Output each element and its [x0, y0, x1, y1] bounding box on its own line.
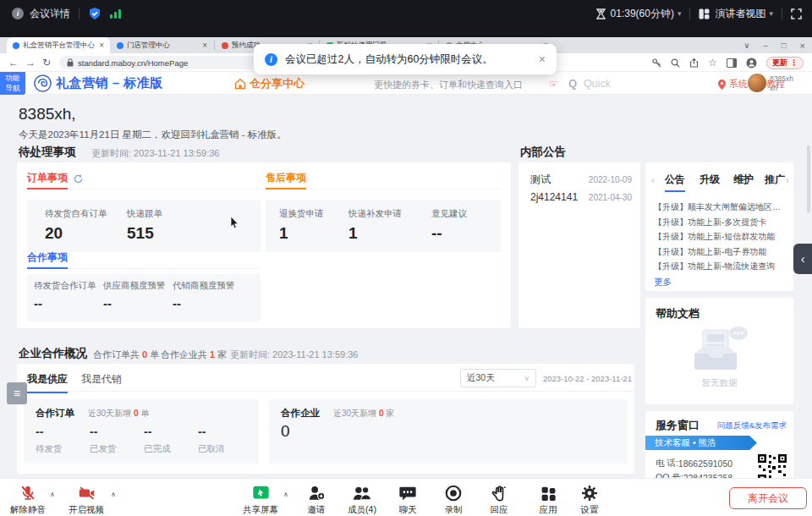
tab-favicon	[117, 42, 123, 49]
view-dropdown-icon[interactable]: ▾	[769, 9, 773, 18]
reaction-label: 回应	[472, 504, 526, 516]
tab-close-icon[interactable]: ×	[202, 41, 207, 50]
board-tab-maintenance[interactable]: 维护	[733, 173, 754, 187]
bookmark-star-icon[interactable]: ☆	[708, 57, 717, 69]
toast-close-icon[interactable]: ×	[539, 52, 546, 66]
floating-menu-widget[interactable]: ≡	[7, 382, 27, 404]
refresh-icon[interactable]	[74, 174, 83, 184]
panel-collapse-button[interactable]: ‹	[793, 244, 812, 274]
help-docs-card: 帮助文档 暂无数据	[645, 298, 793, 404]
username[interactable]: 8385xh	[770, 74, 793, 84]
reaction-button[interactable]: 回应	[472, 483, 526, 516]
mic-options-caret[interactable]: ∧	[50, 491, 55, 498]
board-next-icon[interactable]: ›	[786, 174, 789, 186]
stat-label: 快递补发申请	[348, 208, 402, 220]
lock-icon	[67, 58, 74, 67]
video-options-caret[interactable]: ∧	[111, 491, 116, 498]
page-scrollbar[interactable]	[807, 145, 810, 213]
reload-icon[interactable]: ↻	[42, 57, 51, 69]
stat-value: --	[90, 425, 117, 438]
stat-value: 1	[279, 224, 324, 243]
order-matters-tab[interactable]: 订单事项	[27, 169, 68, 189]
board-item[interactable]: 【升级】功能上新-电子券功能	[654, 244, 787, 260]
browser-tab-1[interactable]: 礼盒营销平台管理中心 ×	[7, 37, 110, 53]
window-minimize-icon[interactable]: –	[764, 41, 768, 50]
board-item[interactable]: 【升级】顺丰发大闸蟹偏远地区不成功问...	[654, 200, 787, 215]
date-range-text[interactable]: 2023-10-22 - 2023-11-21	[543, 374, 632, 383]
meeting-details-label[interactable]: 会议详情	[30, 7, 70, 21]
service-title: 服务窗口	[656, 418, 700, 433]
notice-row[interactable]: 2j4124141 2021-04-30	[518, 191, 640, 203]
network-signal-icon[interactable]	[110, 9, 121, 19]
settings-button[interactable]: 设置	[562, 483, 617, 516]
tab-i-am-supplier[interactable]: 我是供应	[27, 372, 68, 393]
stat-label: 待发货合作订单	[34, 280, 96, 292]
window-maximize-icon[interactable]: □	[782, 41, 787, 50]
support-agent-label: 技术客服 • 熊浩	[655, 437, 716, 449]
window-close-icon[interactable]: ×	[800, 41, 805, 51]
coop-section-title: 企业合作概况	[19, 346, 87, 361]
service-window-card: 服务窗口 问题反馈&发布需求 技术客服 • 熊浩 电 话: 1866259105…	[645, 411, 793, 478]
function-nav-badge[interactable]: 功能 导航	[0, 72, 25, 95]
date-range-select[interactable]: 近30天 ∨	[460, 369, 536, 387]
fullscreen-icon[interactable]	[791, 8, 802, 19]
share-page-icon[interactable]	[689, 58, 699, 68]
zoom-icon[interactable]	[671, 58, 680, 68]
pending-updated: 更新时间: 2023-11-21 13:59:36	[91, 147, 219, 160]
divider	[79, 8, 80, 19]
meeting-toast: i 会议已超过2人，自动转为60分钟限时会议。 ×	[254, 44, 557, 74]
profile-icon[interactable]	[746, 58, 757, 69]
browser-tab-2[interactable]: 门店管理中心 ×	[111, 37, 213, 53]
board-more-link[interactable]: 更多	[654, 277, 787, 288]
quick-search-q-icon[interactable]: Q	[568, 77, 577, 90]
meeting-info-icon[interactable]: i	[12, 8, 24, 19]
notice-card: 测试 2022-10-09 2j4124141 2021-04-30	[518, 162, 640, 328]
board-tab-promo[interactable]: 推广	[765, 173, 785, 187]
notice-row[interactable]: 测试 2022-10-09	[518, 173, 640, 187]
more-vert-icon[interactable]: ⋮	[790, 58, 798, 67]
board-item[interactable]: 【升级】功能上新-短信群发功能	[654, 229, 787, 244]
side-panel-icon[interactable]	[727, 58, 737, 68]
view-mode-label[interactable]: 演讲者视图	[715, 7, 765, 21]
browser-update-button[interactable]: 更新 ⋮	[766, 57, 804, 69]
leave-meeting-button[interactable]: 离开会议	[729, 487, 807, 509]
board-tab-upgrade[interactable]: 升级	[700, 173, 720, 187]
support-agent-ribbon: 技术客服 • 熊浩	[645, 436, 757, 450]
help-docs-title: 帮助文档	[656, 306, 700, 321]
share-options-caret[interactable]: ∧	[283, 491, 288, 498]
board-prev-icon[interactable]: ‹	[651, 174, 655, 186]
tabs-divider	[17, 391, 634, 392]
start-video-label: 开启视频	[59, 504, 113, 516]
feedback-link[interactable]: 问题反馈&发布需求	[717, 420, 787, 431]
cooperation-card: 我是供应 我是代销 近30天 ∨ 2023-10-22 - 2023-11-21…	[17, 364, 634, 474]
forward-icon[interactable]: →	[25, 57, 36, 69]
stat-label: 待发货自有订单	[45, 208, 107, 220]
board-item[interactable]: 【升级】功能上新-物流快递查询	[654, 259, 787, 274]
coop-matters-tab[interactable]: 合作事项	[27, 249, 68, 269]
start-video-button[interactable]: 开启视频	[59, 483, 113, 516]
toast-text: 会议已超过2人，自动转为60分钟限时会议。	[285, 52, 531, 67]
new-value: 0	[134, 409, 139, 418]
unmute-button[interactable]: 解除静音	[1, 483, 55, 516]
qq-label: QQ 号:	[656, 472, 683, 478]
password-key-icon[interactable]	[652, 58, 661, 68]
aftersale-matters-tab[interactable]: 售后事项	[266, 169, 306, 189]
board-tab-notice[interactable]: 公告	[665, 173, 685, 192]
pending-card: 订单事项 待发货自有订单20 快递跟单515 售后事项 退换货申请1 快递补发申…	[17, 162, 511, 328]
share-screen-button[interactable]: 共享屏幕	[233, 483, 288, 516]
tab-favicon	[13, 42, 19, 49]
location-pin-icon	[718, 80, 726, 90]
back-icon[interactable]: ←	[8, 57, 19, 69]
stat-value: --	[103, 296, 166, 310]
quick-search-label[interactable]: Quick	[584, 78, 611, 90]
tab-close-icon[interactable]: ×	[99, 41, 104, 50]
tab-i-am-distributor[interactable]: 我是代销	[81, 372, 122, 387]
user-avatar[interactable]	[748, 74, 766, 92]
timer-dropdown-icon[interactable]: ▾	[678, 9, 682, 18]
board-item[interactable]: 【升级】功能上新-多次提货卡	[654, 215, 787, 230]
security-shield-icon[interactable]	[88, 7, 102, 20]
share-center-link[interactable]: 仓分享中心	[234, 76, 304, 91]
window-menu-icon[interactable]: ∨	[744, 41, 750, 50]
coop-companies-suffix: 家	[217, 349, 227, 360]
coop-companies-prefix: 合作企业共	[161, 349, 207, 360]
